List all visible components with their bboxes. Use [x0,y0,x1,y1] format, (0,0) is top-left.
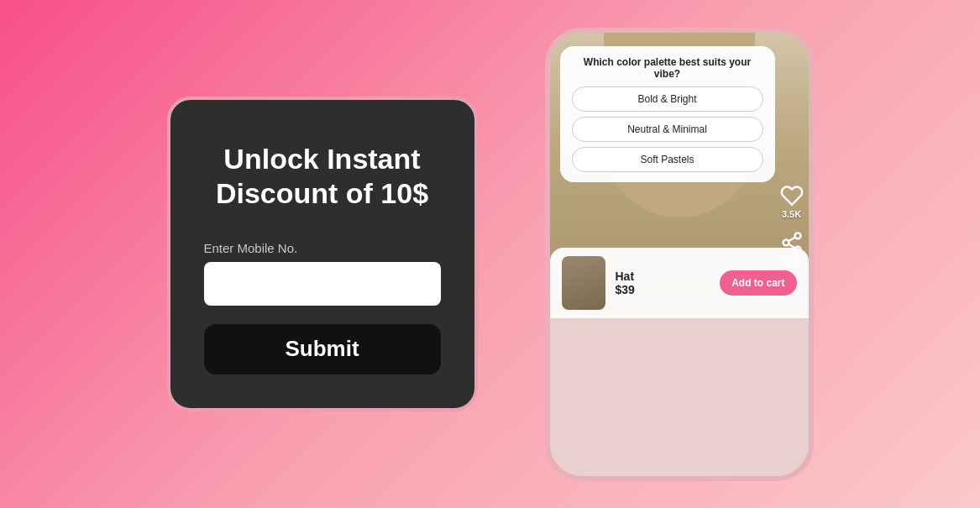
poll-option-1[interactable]: Bold & Bright [572,86,763,112]
discount-title: Unlock Instant Discount of 10$ [216,142,428,211]
heart-icon [780,184,804,207]
add-to-cart-button[interactable]: Add to cart [720,270,796,296]
poll-option-3[interactable]: Soft Pastels [572,147,763,172]
mobile-label: Enter Mobile No. [204,241,298,255]
mobile-input[interactable] [204,262,441,306]
discount-card: Unlock Instant Discount of 10$ Enter Mob… [167,97,478,411]
svg-point-0 [794,233,800,238]
like-action[interactable]: 3.5K [780,184,804,219]
poll-question: Which color palette best suits your vibe… [572,56,763,80]
submit-button[interactable]: Submit [204,324,441,374]
svg-point-1 [783,239,789,245]
poll-option-2[interactable]: Neutral & Minimal [572,117,763,142]
product-info: Hat $39 [616,270,710,296]
phone-shell: Which color palette best suits your vibe… [545,28,814,481]
phone-image: Which color palette best suits your vibe… [550,33,809,318]
poll-overlay: Which color palette best suits your vibe… [560,46,775,182]
svg-line-4 [789,237,795,241]
product-price: $39 [616,283,710,296]
product-bar: Hat $39 Add to cart [550,248,809,318]
like-count: 3.5K [782,209,801,219]
product-image [562,256,605,310]
product-name: Hat [616,270,710,283]
product-thumbnail [562,256,605,310]
